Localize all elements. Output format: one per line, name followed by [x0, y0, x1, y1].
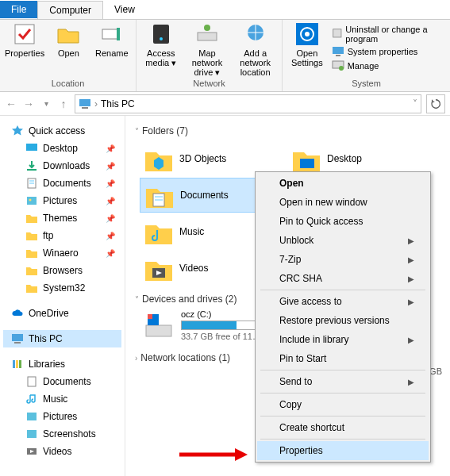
tree-ftp[interactable]: ftp📌 [3, 227, 121, 244]
pin-icon: 📌 [106, 144, 115, 153]
pin-icon: 📌 [106, 214, 115, 223]
address-path: This PC [101, 98, 135, 109]
system-properties-button[interactable]: System properties [332, 45, 445, 58]
svg-rect-29 [19, 360, 21, 368]
ctx-include-library[interactable]: Include in library▶ [257, 330, 429, 349]
ctx-restore-previous[interactable]: Restore previous versions [257, 311, 429, 330]
tab-file[interactable]: File [0, 1, 37, 18]
pin-icon: 📌 [106, 179, 115, 188]
ctx-7zip[interactable]: 7-Zip▶ [257, 250, 429, 269]
chevron-right-icon: ▶ [408, 378, 414, 386]
svg-point-6 [204, 25, 210, 31]
open-settings-button[interactable]: Open Settings [287, 21, 327, 67]
open-button[interactable]: Open [49, 21, 87, 58]
pictures-icon [25, 194, 38, 207]
svg-rect-26 [14, 342, 21, 344]
svg-rect-30 [28, 377, 36, 386]
add-network-location-button[interactable]: Add a network location [233, 21, 277, 77]
ctx-unblock[interactable]: Unblock▶ [257, 231, 429, 250]
tree-themes[interactable]: Themes📌 [3, 209, 121, 227]
tree-system32[interactable]: System32 [3, 279, 121, 297]
nav-recent-button[interactable]: ▾ [40, 99, 52, 108]
documents-icon [25, 375, 38, 388]
ctx-pin-quick-access[interactable]: Pin to Quick access [257, 212, 429, 231]
ribbon-tabs: File Computer View [0, 0, 450, 19]
svg-point-24 [29, 199, 32, 202]
downloads-icon [25, 159, 38, 172]
tree-this-pc[interactable]: This PC [3, 330, 121, 347]
ctx-give-access-to[interactable]: Give access to▶ [257, 292, 429, 311]
svg-rect-23 [27, 197, 37, 205]
properties-button[interactable]: Properties [5, 21, 44, 58]
tree-onedrive[interactable]: OneDrive [3, 305, 121, 322]
ctx-open-new-window[interactable]: Open in new window [257, 193, 429, 212]
chevron-right-icon: ▶ [408, 255, 414, 264]
svg-rect-32 [27, 430, 37, 438]
ctx-send-to[interactable]: Send to▶ [257, 372, 429, 391]
tree-documents[interactable]: Documents📌 [3, 175, 121, 192]
annotation-arrow-icon [179, 447, 248, 462]
group-system-label: System [287, 79, 445, 90]
context-menu: Open Open in new window Pin to Quick acc… [255, 171, 431, 463]
tree-quick-access[interactable]: Quick access [3, 122, 121, 140]
chevron-right-icon: ▶ [408, 236, 414, 245]
pc-icon [11, 332, 24, 345]
svg-point-10 [305, 32, 310, 36]
pin-icon: 📌 [106, 197, 115, 205]
map-network-drive-button[interactable]: Map network drive ▾ [186, 21, 229, 77]
ctx-crc-sha[interactable]: CRC SHA▶ [257, 269, 429, 288]
address-bar[interactable]: › This PC ˅ [75, 94, 421, 113]
uninstall-icon [332, 28, 343, 40]
svg-rect-27 [13, 360, 15, 368]
ctx-create-shortcut[interactable]: Create shortcut [257, 418, 429, 437]
ctx-separator [260, 416, 425, 416]
pin-icon: 📌 [106, 249, 115, 258]
rename-button[interactable]: Rename [93, 21, 131, 58]
access-media-button[interactable]: Access media ▾ [141, 21, 181, 67]
pc-icon [79, 98, 91, 110]
desktop-icon [25, 142, 38, 155]
chevron-down-icon: ˅ [135, 127, 139, 136]
drive-name: ocz (C:) [181, 309, 261, 319]
nav-up-button[interactable]: ↑ [57, 98, 70, 110]
tree-winaero[interactable]: Winaero📌 [3, 244, 121, 262]
chevron-down-icon[interactable]: ˅ [413, 98, 417, 109]
rename-icon [99, 21, 125, 47]
svg-rect-2 [117, 28, 120, 40]
folder-videos-icon [143, 252, 175, 284]
refresh-button[interactable] [426, 94, 445, 113]
folder-music-icon [143, 216, 175, 248]
tree-downloads[interactable]: Downloads📌 [3, 157, 121, 175]
pictures-icon [25, 428, 38, 440]
tree-libraries[interactable]: Libraries [3, 355, 121, 373]
tree-lib-screenshots[interactable]: Screenshots [3, 425, 121, 443]
svg-rect-17 [82, 107, 88, 109]
tab-computer[interactable]: Computer [37, 1, 103, 19]
tree-lib-pictures[interactable]: Pictures [3, 408, 121, 425]
music-icon [25, 393, 38, 405]
tree-lib-videos[interactable]: Videos [3, 443, 121, 460]
pin-icon: 📌 [106, 162, 115, 171]
svg-rect-3 [153, 25, 169, 44]
tree-lib-music[interactable]: Music [3, 390, 121, 408]
section-folders[interactable]: ˅Folders (7) [129, 122, 447, 141]
tab-view[interactable]: View [103, 1, 146, 18]
folder-icon [25, 229, 38, 242]
ctx-properties[interactable]: Properties [257, 441, 429, 460]
nav-back-button[interactable]: ← [5, 98, 17, 110]
chevron-right-icon: ▶ [408, 274, 414, 283]
tree-lib-documents[interactable]: Documents [3, 373, 121, 390]
manage-button[interactable]: Manage [332, 60, 445, 72]
ctx-open[interactable]: Open [257, 174, 429, 193]
tree-browsers[interactable]: Browsers [3, 262, 121, 279]
svg-rect-28 [16, 360, 18, 368]
tree-pictures[interactable]: Pictures📌 [3, 192, 121, 209]
ctx-copy[interactable]: Copy [257, 395, 429, 414]
ctx-pin-start[interactable]: Pin to Start [257, 349, 429, 368]
tree-desktop[interactable]: Desktop📌 [3, 140, 121, 157]
uninstall-button[interactable]: Uninstall or change a program [332, 25, 445, 44]
chevron-right-icon: › [94, 98, 98, 109]
nav-forward-button[interactable]: → [22, 98, 35, 110]
svg-rect-41 [148, 314, 152, 319]
ctx-separator [260, 393, 425, 393]
